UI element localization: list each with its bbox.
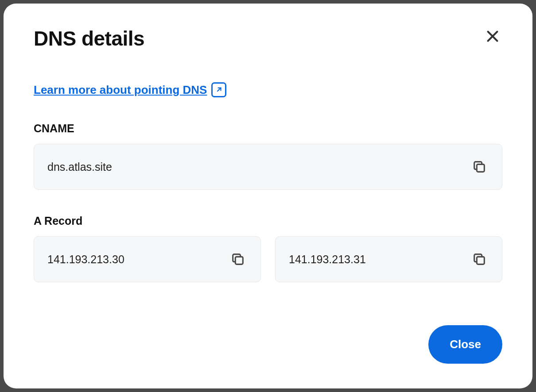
svg-rect-3 xyxy=(235,257,243,264)
svg-rect-4 xyxy=(477,257,484,264)
close-button[interactable]: Close xyxy=(428,325,502,364)
cname-value: dns.atlas.site xyxy=(47,161,112,173)
arecord-label: A Record xyxy=(34,215,502,227)
copy-icon xyxy=(472,252,487,267)
cname-record-box: dns.atlas.site xyxy=(34,144,502,190)
copy-arecord-0-button[interactable] xyxy=(229,250,247,269)
learn-more-link[interactable]: Learn more about pointing DNS xyxy=(34,82,226,97)
copy-icon xyxy=(230,252,245,267)
modal-header: DNS details xyxy=(34,27,502,50)
svg-rect-2 xyxy=(477,164,484,172)
cname-label: CNAME xyxy=(34,122,502,135)
modal-title: DNS details xyxy=(34,27,144,50)
arecord-value-1: 141.193.213.31 xyxy=(289,253,366,266)
arecord-box-0: 141.193.213.30 xyxy=(34,236,261,282)
copy-arecord-1-button[interactable] xyxy=(470,250,489,269)
dns-details-modal: DNS details Learn more about pointing DN… xyxy=(4,4,532,388)
close-icon xyxy=(485,28,501,44)
arecord-row: 141.193.213.30 141.193.213.31 xyxy=(34,236,502,282)
modal-footer: Close xyxy=(34,325,502,364)
learn-more-text: Learn more about pointing DNS xyxy=(34,83,207,97)
arecord-box-1: 141.193.213.31 xyxy=(275,236,502,282)
copy-icon xyxy=(472,159,487,174)
copy-cname-button[interactable] xyxy=(470,158,489,176)
modal-content: Learn more about pointing DNS CNAME dns.… xyxy=(34,82,502,325)
close-icon-button[interactable] xyxy=(483,27,502,46)
external-link-icon xyxy=(211,82,226,97)
arecord-value-0: 141.193.213.30 xyxy=(47,253,124,266)
